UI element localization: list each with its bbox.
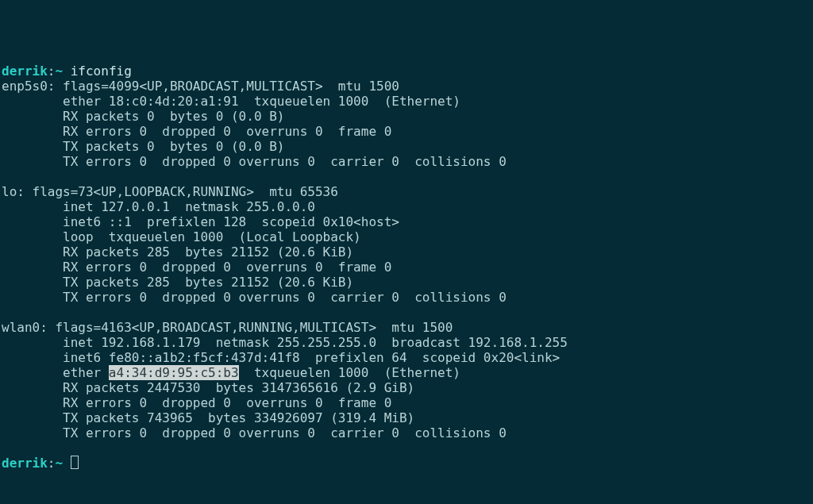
ifconfig-line: TX errors 0 dropped 0 overruns 0 carrier…: [2, 154, 507, 169]
ifconfig-line: inet6 fe80::a1b2:f5cf:437d:41f8 prefixle…: [2, 350, 560, 365]
ifconfig-line: TX packets 285 bytes 21152 (20.6 KiB): [2, 275, 353, 290]
prompt-separator: :: [48, 456, 56, 471]
ifconfig-line: TX errors 0 dropped 0 overruns 0 carrier…: [2, 290, 507, 305]
ifconfig-line: RX packets 285 bytes 21152 (20.6 KiB): [2, 244, 353, 260]
prompt-path: ~: [55, 456, 63, 471]
ifconfig-lo-header: lo: flags=73<UP,LOOPBACK,RUNNING> mtu 65…: [2, 184, 338, 199]
ifconfig-line: inet 127.0.0.1 netmask 255.0.0.0: [2, 199, 315, 214]
prompt-line: derrik:~ ifconfig: [2, 63, 132, 79]
scrollbar-track[interactable]: [810, 0, 813, 504]
ifconfig-wlan0-header: wlan0: flags=4163<UP,BROADCAST,RUNNING,M…: [2, 320, 453, 335]
ifconfig-line: RX errors 0 dropped 0 overruns 0 frame 0: [2, 260, 391, 275]
ifconfig-line: ether 18:c0:4d:20:a1:91 txqueuelen 1000 …: [2, 94, 460, 109]
ether-suffix: txqueuelen 1000 (Ethernet): [239, 365, 460, 380]
ifconfig-line: RX errors 0 dropped 0 overruns 0 frame 0: [2, 395, 391, 410]
ether-prefix: ether: [2, 365, 109, 380]
prompt-separator: :: [48, 63, 56, 79]
ifconfig-line: RX errors 0 dropped 0 overruns 0 frame 0: [2, 124, 391, 139]
ifconfig-enp5s0-header: enp5s0: flags=4099<UP,BROADCAST,MULTICAS…: [2, 79, 399, 94]
prompt-user: derrik: [2, 456, 48, 471]
selected-mac-address[interactable]: a4:34:d9:95:c5:b3: [109, 365, 239, 380]
ifconfig-line: TX packets 743965 bytes 334926097 (319.4…: [2, 410, 414, 425]
ifconfig-line: TX packets 0 bytes 0 (0.0 B): [2, 139, 284, 154]
ifconfig-line: loop txqueuelen 1000 (Local Loopback): [2, 229, 361, 244]
ifconfig-line: inet6 ::1 prefixlen 128 scopeid 0x10<hos…: [2, 214, 399, 229]
prompt-line: derrik:~: [2, 456, 79, 471]
ifconfig-line: RX packets 0 bytes 0 (0.0 B): [2, 109, 284, 124]
terminal-output[interactable]: derrik:~ ifconfig enp5s0: flags=4099<UP,…: [2, 63, 811, 471]
ifconfig-line: inet 192.168.1.179 netmask 255.255.255.0…: [2, 335, 568, 350]
cursor-block[interactable]: [71, 456, 79, 469]
ifconfig-line: RX packets 2447530 bytes 3147365616 (2.9…: [2, 380, 414, 395]
ifconfig-ether-line: ether a4:34:d9:95:c5:b3 txqueuelen 1000 …: [2, 365, 460, 380]
ifconfig-line: TX errors 0 dropped 0 overruns 0 carrier…: [2, 425, 507, 441]
command-text: ifconfig: [71, 63, 132, 79]
prompt-user: derrik: [2, 63, 48, 79]
prompt-path: ~: [55, 63, 63, 79]
